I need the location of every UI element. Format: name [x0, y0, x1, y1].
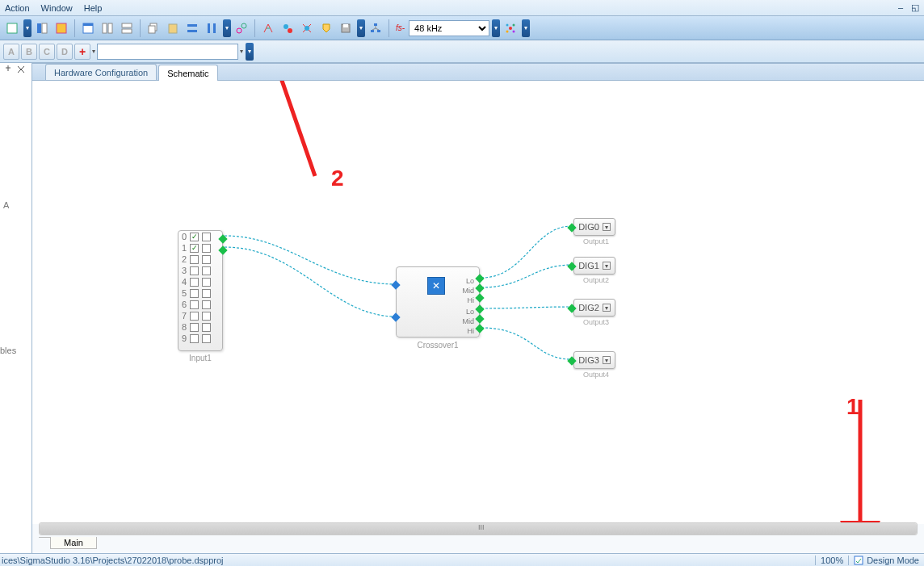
tab-hardware-configuration[interactable]: Hardware Configuration — [45, 64, 157, 80]
svg-point-28 — [506, 23, 509, 26]
channel-checkbox[interactable] — [190, 244, 199, 253]
output-port[interactable] — [475, 304, 484, 313]
compile-icon-2[interactable] — [279, 19, 296, 37]
horizontal-scrollbar[interactable]: III — [39, 522, 918, 535]
dropdown-icon[interactable]: ▾ — [603, 262, 611, 270]
channel-checkbox-2[interactable] — [202, 300, 211, 309]
pin-icon[interactable] — [3, 65, 13, 74]
mode-b-button[interactable]: B — [21, 44, 37, 60]
input-port[interactable] — [391, 280, 400, 289]
mode-a-button[interactable]: A — [3, 44, 19, 60]
compile-icon-3[interactable] — [298, 19, 316, 37]
output-port[interactable] — [475, 314, 484, 323]
menu-help[interactable]: Help — [84, 3, 103, 13]
toolbar-handle-1[interactable]: ▾ — [23, 19, 32, 37]
output-block[interactable]: DIG2▾ — [573, 299, 615, 317]
toolbar-handle-6[interactable]: ▾ — [246, 43, 254, 61]
channel-checkbox[interactable] — [190, 323, 199, 332]
input-channel-row[interactable]: 7 — [178, 310, 222, 321]
align-icon-1[interactable] — [183, 19, 201, 37]
input-channel-row[interactable]: 3 — [178, 265, 222, 276]
channel-checkbox[interactable] — [190, 289, 199, 298]
input-channel-row[interactable]: 5 — [178, 287, 222, 299]
mode-c-button[interactable]: C — [39, 44, 55, 60]
input-channel-row[interactable]: 2 — [178, 254, 222, 265]
channel-checkbox-2[interactable] — [202, 334, 211, 343]
close-panel-icon[interactable] — [16, 65, 26, 74]
channel-checkbox[interactable] — [190, 233, 199, 241]
input-port[interactable] — [391, 312, 400, 321]
channel-checkbox[interactable] — [190, 312, 199, 321]
toolbar-handle-5[interactable]: ▾ — [522, 19, 530, 37]
hierarchy-icon[interactable] — [367, 19, 384, 37]
status-zoom[interactable]: 100% — [815, 556, 848, 565]
dropdown-icon[interactable]: ▾ — [603, 223, 611, 231]
channel-checkbox[interactable] — [190, 266, 199, 275]
channel-checkbox[interactable] — [190, 300, 199, 309]
dropdown-icon[interactable]: ▾ — [603, 356, 611, 364]
output-port[interactable] — [475, 293, 484, 302]
output-port[interactable] — [475, 274, 484, 283]
output-port[interactable] — [475, 283, 484, 292]
channel-checkbox-2[interactable] — [202, 255, 211, 264]
sample-rate-select[interactable]: 48 kHz — [409, 20, 489, 36]
menu-window[interactable]: Window — [41, 3, 73, 13]
save-icon[interactable] — [337, 19, 355, 37]
propagate-icon[interactable] — [502, 19, 519, 37]
add-button[interactable]: + — [74, 44, 90, 60]
paste-icon[interactable] — [164, 19, 182, 37]
channel-checkbox-2[interactable] — [202, 289, 211, 298]
tab-schematic[interactable]: Schematic — [158, 65, 217, 81]
input-block[interactable]: 0123456789 — [178, 230, 223, 351]
layout-btn-1[interactable] — [33, 19, 51, 37]
channel-checkbox[interactable] — [190, 255, 199, 264]
window-btn-2[interactable] — [99, 19, 116, 37]
fs-label: fs- — [393, 19, 407, 37]
align-icon-2[interactable] — [203, 19, 220, 37]
input-channel-row[interactable]: 1 — [178, 242, 222, 254]
schematic-canvas[interactable]: 0123456789 Input1 ✕ Lo Mid Hi Lo Mid Hi — [32, 81, 924, 524]
status-mode[interactable]: Design Mode — [848, 556, 924, 565]
input-channel-row[interactable]: 0 — [178, 231, 222, 242]
toolbar-handle-4[interactable]: ▾ — [492, 19, 500, 37]
svg-rect-12 — [169, 24, 177, 33]
crossover-block[interactable]: ✕ Lo Mid Hi Lo Mid Hi — [396, 266, 480, 338]
sheet-tab-stub[interactable] — [39, 537, 50, 538]
restore-icon[interactable]: ◱ — [909, 2, 921, 13]
output-port[interactable] — [475, 324, 484, 333]
input-channel-row[interactable]: 4 — [178, 276, 222, 287]
channel-checkbox-2[interactable] — [202, 278, 211, 287]
blank-combo[interactable] — [97, 44, 238, 60]
crossover-icon[interactable]: ✕ — [427, 277, 445, 295]
toolbar-handle-3[interactable]: ▾ — [357, 19, 365, 37]
link-icon[interactable] — [233, 19, 250, 37]
channel-checkbox-2[interactable] — [202, 312, 211, 321]
toolbar-btn-1[interactable] — [3, 19, 21, 37]
sheet-tab-main[interactable]: Main — [50, 537, 97, 549]
menu-action[interactable]: Action — [5, 3, 30, 13]
input-channel-row[interactable]: 9 — [178, 333, 222, 344]
layout-btn-2[interactable] — [52, 19, 70, 37]
window-btn-3[interactable] — [118, 19, 136, 37]
channel-checkbox-2[interactable] — [202, 266, 211, 275]
channel-checkbox-2[interactable] — [202, 244, 211, 253]
input-channel-row[interactable]: 6 — [178, 299, 222, 310]
mode-d-button[interactable]: D — [57, 44, 73, 60]
channel-checkbox[interactable] — [190, 278, 199, 287]
compile-icon-1[interactable] — [259, 19, 277, 37]
copy-icon[interactable] — [145, 19, 162, 37]
minimize-icon[interactable]: – — [895, 2, 906, 13]
toolbar-handle-2[interactable]: ▾ — [223, 19, 231, 37]
link-compile-download-icon[interactable] — [317, 19, 335, 37]
output-block[interactable]: DIG3▾ — [573, 351, 615, 369]
svg-rect-9 — [122, 29, 132, 33]
channel-checkbox[interactable] — [190, 334, 199, 343]
output-block[interactable]: DIG1▾ — [573, 257, 615, 275]
window-btn-1[interactable] — [79, 19, 97, 37]
channel-checkbox-2[interactable] — [202, 323, 211, 332]
output-block[interactable]: DIG0▾ — [573, 218, 615, 236]
input-channel-row[interactable]: 8 — [178, 321, 222, 333]
svg-point-17 — [237, 28, 242, 33]
dropdown-icon[interactable]: ▾ — [603, 304, 611, 312]
channel-checkbox-2[interactable] — [202, 233, 211, 241]
